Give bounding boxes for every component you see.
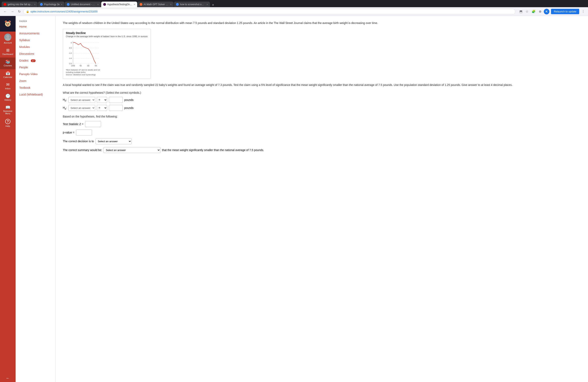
p-value-label: p-value = [63, 131, 74, 134]
h0-value-input[interactable] [109, 97, 123, 103]
nav-link-textbook[interactable]: Textbook [16, 84, 55, 91]
sidebar-item-account[interactable]: Account [0, 32, 16, 46]
nav-link-people[interactable]: People [16, 64, 55, 71]
test-statistic-input[interactable] [85, 121, 101, 127]
nav-link-announcements[interactable]: Announcements [16, 30, 55, 37]
h0-label: H0: [63, 98, 67, 102]
tab-hypothesis-close[interactable]: ✕ [134, 3, 135, 6]
sidebar-item-account-label: Account [4, 41, 12, 44]
tab-gdoc-title: Untitled document - Go... [71, 3, 96, 6]
summary-select[interactable]: Select an answer There is sufficient evi… [104, 147, 160, 153]
tab-youtube[interactable]: getting into the fall spiri... ✕ [1, 1, 38, 7]
bookmark-icon[interactable]: ☆ [525, 9, 529, 14]
chart-subtitle: Change in the average birth weight of ba… [66, 35, 147, 38]
url-text: upike.instructure.com/courses/12435/assi… [30, 10, 513, 13]
tab-gdoc[interactable]: Untitled document - Go... ✕ [65, 1, 101, 7]
tab-youtube-close[interactable]: ✕ [34, 3, 36, 6]
nav-section-label: FA2024 [16, 18, 55, 23]
ha-pounds-label: pounds [125, 106, 134, 110]
sidebar-item-dashboard[interactable]: ⊞ Dashboard [0, 46, 16, 57]
avatar[interactable]: K [544, 9, 549, 14]
tab-google-title: how to screenshot on m... [180, 3, 205, 6]
relaunch-button[interactable]: Relaunch to update [551, 9, 579, 14]
nav-link-lucid[interactable]: Lucid (Whiteboard) [16, 91, 55, 98]
summary-row: The correct summary would be: Select an … [63, 147, 581, 153]
menu-icon[interactable]: ⋮ [581, 9, 586, 14]
summary-suffix: that the mean weight significantly small… [162, 149, 264, 152]
nav-link-grades[interactable]: Grades 17 [16, 57, 55, 64]
app-body: Account ⊞ Dashboard 📚 Courses 📅 Calendar… [0, 16, 588, 382]
sidebar-collapse-button[interactable]: ← [0, 374, 16, 382]
h0-pounds-label: pounds [125, 98, 134, 101]
svg-text:'05: '05 [95, 65, 97, 67]
p-value-input[interactable] [76, 130, 92, 135]
ha-answer-select[interactable]: Select an answer μ x̄ p [68, 105, 95, 111]
grades-badge: 17 [31, 59, 36, 62]
h0-row: H0: Select an answer μ x̄ p ? = ≠ < > ≤ … [63, 97, 581, 103]
svg-point-3 [5, 21, 7, 22]
psychology-icon [40, 3, 43, 6]
browser-tab-bar: getting into the fall spiri... ✕ Psychol… [0, 0, 588, 7]
ha-row: Ha: Select an answer μ x̄ p ? = ≠ < > ≤ … [63, 105, 581, 111]
extension-icon[interactable]: 🧩 [531, 9, 536, 14]
sidebar-item-help[interactable]: ? Help [0, 117, 16, 130]
tab-youtube-title: getting into the fall spiri... [8, 3, 33, 6]
sidebar-item-history[interactable]: 🕐 History [0, 92, 16, 103]
svg-point-7 [8, 23, 9, 24]
tab-hypothesis[interactable]: HypothesisTestingOne S... ✕ [101, 1, 137, 7]
svg-text:'95: '95 [79, 65, 82, 67]
main-content: The weights of newborn children in the U… [56, 16, 588, 382]
svg-text:-2.0: -2.0 [69, 62, 72, 65]
ha-symbol-select[interactable]: ? = ≠ < > ≤ ≥ [97, 105, 107, 111]
decision-row: The correct decision is to Select an ans… [63, 138, 581, 144]
avatar-icon [4, 34, 11, 41]
sidebar-item-bookstore[interactable]: 📖 Bookstore Menu [0, 103, 16, 117]
svg-text:1990: 1990 [71, 65, 75, 67]
p-value-row: p-value = [63, 130, 581, 135]
chart-area: 0 -0.5 -1.0 -1.5 -2.0 1990 '95 '00 '05 [66, 40, 100, 68]
chart-container: Steady Decline Change in the average bir… [63, 29, 151, 78]
sidebar-item-history-label: History [4, 99, 11, 101]
h0-symbol-select[interactable]: ? = ≠ < > ≤ ≥ [97, 97, 107, 103]
refresh-button[interactable]: ↻ [17, 9, 22, 14]
sidebar-item-calendar[interactable]: 📅 Calendar [0, 69, 16, 80]
tab-google-close[interactable]: ✕ [206, 3, 208, 6]
gdoc-icon [67, 3, 70, 6]
sidebar-item-calendar-label: Calendar [3, 76, 12, 78]
decision-select[interactable]: Select an answer Reject H₀ Fail to Rejec… [96, 138, 132, 144]
sidebar-item-courses[interactable]: 📚 Courses [0, 57, 16, 69]
nav-link-zoom[interactable]: Zoom [16, 77, 55, 84]
nav-link-home[interactable]: Home [16, 23, 55, 30]
tab-aimath-close[interactable]: ✕ [170, 3, 172, 6]
tab-psychology-title: Psychology 2e [44, 3, 60, 6]
url-box[interactable]: 🔒 upike.instructure.com/courses/12435/as… [23, 9, 515, 14]
sidebar-item-inbox[interactable]: ✉ Inbox [0, 80, 16, 92]
ha-label: Ha: [63, 106, 67, 110]
forward-button[interactable]: → [10, 9, 15, 14]
tab-gdoc-close[interactable]: ✕ [97, 3, 99, 6]
sidebar-item-bookstore-label: Bookstore Menu [1, 110, 15, 115]
tab-psychology-close[interactable]: ✕ [61, 3, 63, 6]
nav-link-panopto[interactable]: Panopto Video [16, 71, 55, 77]
sidebar-bottom: ← [0, 374, 16, 382]
dashboard-icon: ⊞ [6, 48, 10, 52]
tab-psychology[interactable]: Psychology 2e ✕ [38, 1, 64, 7]
tab-hypothesis-title: HypothesisTestingOne S... [107, 3, 132, 6]
nav-link-syllabus[interactable]: Syllabus [16, 37, 55, 43]
back-button[interactable]: ← [2, 9, 8, 14]
nav-link-modules[interactable]: Modules [16, 43, 55, 50]
google-icon [176, 3, 179, 6]
new-tab-button[interactable]: + [210, 3, 216, 7]
ha-value-input[interactable] [109, 105, 123, 111]
collapse-icon: ← [6, 376, 10, 380]
help-icon: ? [5, 119, 10, 124]
h0-answer-select[interactable]: Select an answer μ x̄ p [68, 97, 95, 103]
tab-google[interactable]: how to screenshot on m... ✕ [174, 1, 210, 7]
tab-aimath-title: AI Math GPT Solver Pow... [144, 3, 169, 6]
nav-link-discussions[interactable]: Discussions [16, 50, 55, 57]
cast-icon[interactable]: ⬒ [519, 9, 523, 14]
profile-icon[interactable]: ⊕ [538, 9, 542, 14]
tab-aimath[interactable]: AI Math GPT Solver Pow... ✕ [138, 1, 174, 7]
courses-icon: 📚 [5, 59, 10, 63]
svg-point-14 [5, 38, 10, 41]
